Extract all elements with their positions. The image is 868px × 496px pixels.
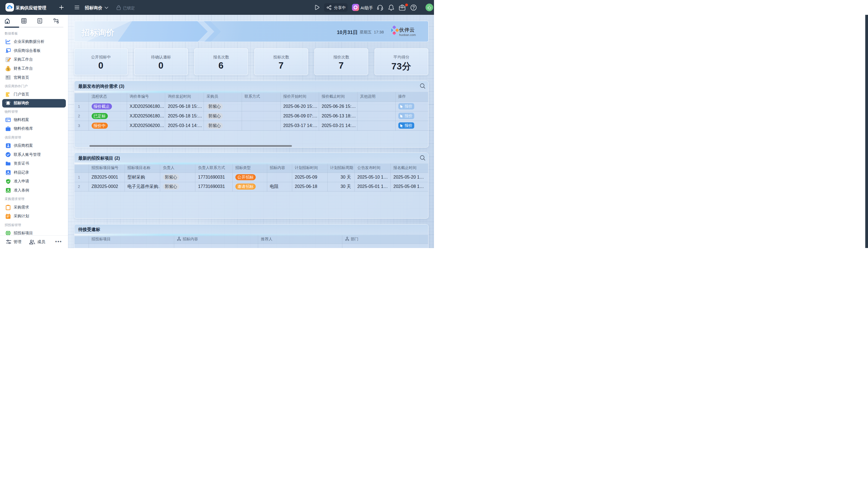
svg-text:huoban.com: huoban.com [399,33,416,36]
svg-text:伙伴云: 伙伴云 [399,27,415,33]
